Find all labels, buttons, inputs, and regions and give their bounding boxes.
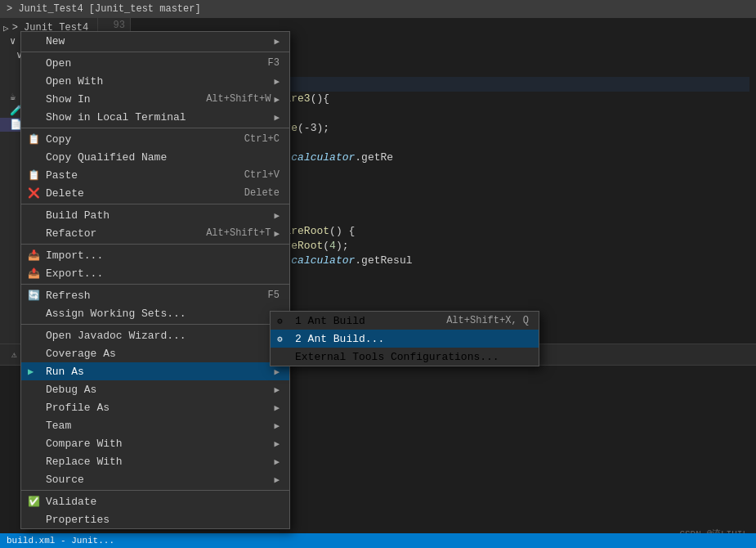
arrow-icon: ▶ xyxy=(274,76,280,87)
problems-icon: ⚠ xyxy=(11,349,17,360)
menu-label: Import... xyxy=(46,249,280,262)
status-bar: build.xml - Junit... xyxy=(0,533,756,548)
arrow-icon: ▶ xyxy=(274,210,280,221)
menu-label: Delete xyxy=(46,187,228,200)
validate-icon: ✅ xyxy=(28,496,40,508)
menu-item-copy-qualified[interactable]: Copy Qualified Name xyxy=(21,148,289,166)
menu-label: Refresh xyxy=(46,290,252,302)
menu-item-new[interactable]: New ▶ xyxy=(21,32,289,50)
title-bar: > Junit_Test4 [Junit_test master] xyxy=(0,0,756,18)
arrow-icon: ▶ xyxy=(274,36,280,47)
menu-label: Team xyxy=(46,420,271,432)
arrow-icon: ▶ xyxy=(274,456,280,467)
menu-label: Source xyxy=(46,474,271,486)
menu-separator xyxy=(21,490,289,491)
arrow-icon: ▶ xyxy=(274,112,280,123)
ant-build-icon: ⚙ xyxy=(277,316,283,326)
menu-label: Coverage As xyxy=(46,348,271,360)
menu-label: Open xyxy=(46,57,252,70)
menu-label: Validate xyxy=(46,496,280,508)
menu-label: Export... xyxy=(46,267,280,280)
delete-icon: ❌ xyxy=(28,187,40,200)
shortcut-label: Alt+Shift+X, Q xyxy=(446,315,529,326)
context-menu: New ▶ Open F3 Open With ▶ Show In Alt+Sh… xyxy=(20,31,290,529)
title-bar-label: > Junit_Test4 [Junit_test master] xyxy=(7,3,201,15)
shortcut-label: F5 xyxy=(268,290,280,301)
menu-label: Compare With xyxy=(46,438,271,450)
run-as-submenu: ⚙ 1 Ant Build Alt+Shift+X, Q ⚙ 2 Ant Bui… xyxy=(270,311,539,366)
arrow-icon: ▶ xyxy=(274,384,280,395)
menu-label: Run As xyxy=(46,366,271,378)
submenu-item-ant-build-2[interactable]: ⚙ 2 Ant Build... xyxy=(271,330,539,348)
menu-item-build-path[interactable]: Build Path ▶ xyxy=(21,206,289,224)
menu-label: Open With xyxy=(46,75,271,88)
menu-item-import[interactable]: 📥 Import... xyxy=(21,246,289,264)
submenu-label: 2 Ant Build... xyxy=(295,333,529,345)
menu-label: Open Javadoc Wizard... xyxy=(46,330,280,342)
refresh-icon: 🔄 xyxy=(28,290,40,302)
menu-item-refactor[interactable]: Refactor Alt+Shift+T ▶ xyxy=(21,224,289,242)
menu-label: Paste xyxy=(46,169,228,182)
expand-icon: ▷ xyxy=(3,23,9,34)
arrow-icon: ▶ xyxy=(274,438,280,449)
menu-item-team[interactable]: Team ▶ xyxy=(21,416,289,434)
menu-item-coverage-as[interactable]: Coverage As ▶ xyxy=(21,344,289,362)
menu-separator xyxy=(21,284,289,285)
menu-separator xyxy=(21,52,289,52)
menu-separator xyxy=(21,244,289,245)
arrow-icon: ▶ xyxy=(274,402,280,413)
menu-item-show-in[interactable]: Show In Alt+Shift+W ▶ xyxy=(21,90,289,108)
menu-label: Profile As xyxy=(46,402,271,414)
menu-label: Show in Local Terminal xyxy=(46,111,271,124)
shortcut-label: Alt+Shift+T xyxy=(206,227,271,239)
shortcut-label: F3 xyxy=(268,57,280,69)
menu-item-refresh[interactable]: 🔄 Refresh F5 xyxy=(21,286,289,304)
menu-item-replace-with[interactable]: Replace With ▶ xyxy=(21,452,289,470)
menu-label: Debug As xyxy=(46,384,271,396)
menu-label: Assign Working Sets... xyxy=(46,308,280,320)
submenu-item-ant-build-1[interactable]: ⚙ 1 Ant Build Alt+Shift+X, Q xyxy=(271,312,539,330)
menu-item-open-javadoc[interactable]: Open Javadoc Wizard... xyxy=(21,326,289,344)
arrow-icon: ▶ xyxy=(274,228,280,239)
menu-item-compare-with[interactable]: Compare With ▶ xyxy=(21,434,289,452)
run-icon: ▶ xyxy=(28,366,34,378)
export-icon: 📤 xyxy=(28,267,40,280)
menu-item-delete[interactable]: ❌ Delete Delete xyxy=(21,184,289,202)
arrow-icon: ▶ xyxy=(274,474,280,485)
menu-item-paste[interactable]: 📋 Paste Ctrl+V xyxy=(21,166,289,184)
menu-label: Refactor xyxy=(46,227,190,240)
menu-item-run-as[interactable]: ▶ Run As ▶ xyxy=(21,362,289,380)
submenu-label: 1 Ant Build xyxy=(295,315,446,327)
paste-icon: 📋 xyxy=(28,169,40,182)
arrow-icon: ▶ xyxy=(274,420,280,431)
menu-item-properties[interactable]: Properties xyxy=(21,510,289,528)
arrow-icon: ▶ xyxy=(274,366,280,377)
menu-item-open[interactable]: Open F3 xyxy=(21,54,289,72)
menu-item-profile-as[interactable]: Profile As ▶ xyxy=(21,398,289,416)
menu-item-show-local[interactable]: Show in Local Terminal ▶ xyxy=(21,108,289,126)
shortcut-label: Delete xyxy=(244,187,280,199)
menu-item-validate[interactable]: ✅ Validate xyxy=(21,492,289,510)
menu-label: Copy Qualified Name xyxy=(46,151,280,164)
menu-separator xyxy=(21,204,289,204)
menu-separator xyxy=(21,324,289,325)
ant-build2-icon: ⚙ xyxy=(277,334,283,344)
menu-item-debug-as[interactable]: Debug As ▶ xyxy=(21,380,289,398)
menu-item-export[interactable]: 📤 Export... xyxy=(21,264,289,282)
shortcut-label: Ctrl+C xyxy=(244,133,280,145)
menu-item-assign-working[interactable]: Assign Working Sets... xyxy=(21,304,289,322)
arrow-icon: ▶ xyxy=(274,94,280,105)
menu-label: New xyxy=(46,35,271,47)
menu-item-source[interactable]: Source ▶ xyxy=(21,470,289,488)
submenu-item-external-tools[interactable]: External Tools Configurations... xyxy=(271,348,539,366)
menu-item-copy[interactable]: 📋 Copy Ctrl+C xyxy=(21,130,289,148)
menu-label: Properties xyxy=(46,514,280,526)
import-icon: 📥 xyxy=(28,249,40,262)
status-label: build.xml - Junit... xyxy=(7,536,114,546)
menu-label: Show In xyxy=(46,93,190,106)
menu-item-open-with[interactable]: Open With ▶ xyxy=(21,72,289,90)
shortcut-label: Alt+Shift+W xyxy=(206,93,271,105)
menu-separator xyxy=(21,128,289,128)
menu-label: Copy xyxy=(46,133,228,146)
shortcut-label: Ctrl+V xyxy=(244,169,280,181)
